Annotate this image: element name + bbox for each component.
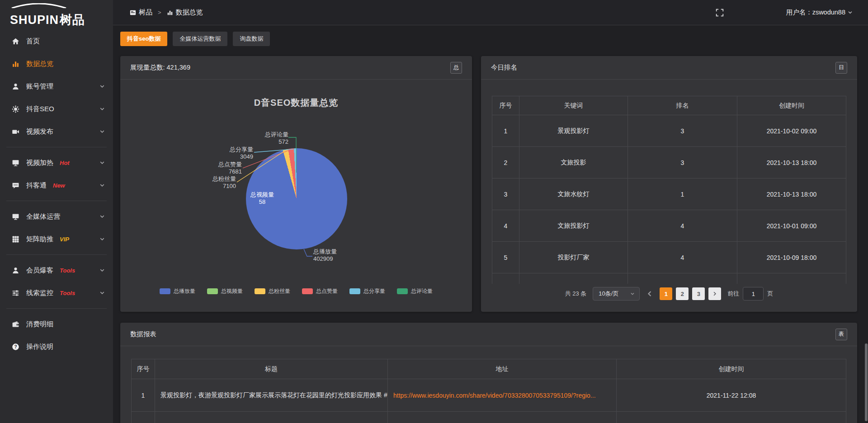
page-button-1[interactable]: 1	[660, 287, 672, 300]
data-tabs: 抖音seo数据 全媒体运营数据 询盘数据	[120, 32, 270, 46]
table-row-partial	[132, 412, 846, 423]
sidebar-item-member-burst[interactable]: 会员爆客 Tools	[0, 259, 113, 282]
sidebar-item-account[interactable]: 账号管理	[0, 75, 113, 98]
grid-icon	[12, 235, 19, 243]
breadcrumb-separator: >	[158, 9, 161, 16]
chevron-down-icon	[99, 84, 105, 89]
chart-title: D音SEO数据量总览	[120, 97, 472, 109]
chevron-down-icon	[848, 10, 853, 15]
sidebar-divider	[6, 254, 107, 255]
video-url-link[interactable]: https://www.iesdouyin.com/share/video/70…	[393, 392, 596, 399]
sidebar-item-label: 矩阵助推	[26, 235, 53, 244]
logo-text: SHUPIN树品	[10, 14, 85, 26]
gear-icon	[12, 105, 19, 113]
sidebar-item-matrix-boost[interactable]: 矩阵助推 VIP	[0, 228, 113, 250]
legend-item-likes[interactable]: 总点赞量	[302, 287, 338, 295]
sidebar-item-clue-monitor[interactable]: 线索监控 Tools	[0, 282, 113, 304]
col-rank: 排名	[628, 96, 737, 115]
breadcrumb-current[interactable]: 数据总览	[167, 8, 203, 17]
table-row: 3 文旅水纹灯 1 2021-10-13 18:00	[492, 179, 846, 210]
tab-douyin-seo-data[interactable]: 抖音seo数据	[120, 32, 167, 46]
page-button-2[interactable]: 2	[676, 287, 689, 300]
page-button-3[interactable]: 3	[692, 287, 705, 300]
pie-label-fans-count: 总粉丝量7100	[212, 175, 236, 190]
col-index: 序号	[492, 96, 519, 115]
table-row: 5 投影灯厂家 4 2021-10-09 18:00	[492, 242, 846, 273]
report-card-header: 数据报表 表	[120, 323, 857, 346]
next-page-button[interactable]	[708, 287, 721, 300]
sidebar-item-label: 线索监控	[26, 289, 53, 297]
day-badge-button[interactable]: 日	[835, 62, 847, 74]
tools-badge: Tools	[60, 290, 75, 296]
tab-inquiry-data[interactable]: 询盘数据	[233, 32, 270, 46]
vertical-scrollbar[interactable]	[865, 343, 868, 421]
sidebar-item-help[interactable]: ? 操作说明	[0, 335, 113, 358]
prev-page-icon[interactable]	[646, 290, 653, 297]
user-icon	[12, 83, 19, 90]
col-keyword: 关键词	[519, 96, 628, 115]
chevron-down-icon	[99, 236, 105, 242]
sidebar-item-data-overview[interactable]: 数据总览	[0, 52, 113, 75]
chart-card: 展现量总数: 421,369 总 D音SEO数据量总览 总评论量572 总分享量…	[120, 56, 472, 312]
table-badge-button[interactable]: 表	[835, 329, 847, 340]
sidebar-item-label: 抖音SEO	[26, 105, 54, 113]
pagination: 共 23 条 10条/页 1 2 3 前往 页	[481, 286, 857, 302]
sidebar-item-video-heat[interactable]: 视频加热 Hot	[0, 151, 113, 174]
sidebar-item-label: 操作说明	[26, 343, 53, 351]
table-row: 1 景观投影灯，夜游景观投影灯厂家展示展示落花灯在花园里的灯光投影应用效果 # …	[132, 379, 846, 412]
col-index: 序号	[132, 359, 155, 379]
legend-item-shares[interactable]: 总分享量	[349, 287, 385, 295]
logo-arc	[9, 3, 69, 8]
pie-label-play-count: 总播放量402909	[313, 248, 337, 263]
chart-card-header: 展现量总数: 421,369 总	[120, 56, 472, 80]
chevron-down-icon	[99, 214, 105, 219]
sidebar-item-video-publish[interactable]: 视频发布	[0, 120, 113, 143]
video-title-cell: 景观投影灯，夜游景观投影灯厂家展示展示落花灯在花园里的灯光投影应用效果 #	[155, 379, 388, 412]
sidebar-item-douketong[interactable]: 抖客通 New	[0, 174, 113, 197]
sidebar-item-media-operation[interactable]: 全媒体运营	[0, 205, 113, 228]
member-icon	[12, 267, 19, 274]
sidebar-item-label: 全媒体运营	[26, 212, 60, 221]
pie-label-likes-count: 总点赞量7681	[218, 161, 242, 175]
total-badge-button[interactable]: 总	[450, 62, 462, 74]
col-created: 创建时间	[737, 96, 846, 115]
bar-chart-icon	[167, 9, 173, 16]
table-header-row: 序号 标题 地址 创建时间	[132, 359, 846, 379]
legend-item-fans[interactable]: 总粉丝量	[255, 287, 290, 295]
legend-swatch	[207, 288, 218, 294]
chevron-down-icon	[99, 129, 105, 134]
fullscreen-icon[interactable]	[716, 9, 724, 17]
ranking-card-title: 今日排名	[491, 63, 517, 72]
tools-badge: Tools	[60, 267, 75, 274]
page-size-select[interactable]: 10条/页	[593, 287, 640, 301]
legend-item-comments[interactable]: 总评论量	[397, 287, 433, 295]
app-logo[interactable]: SHUPIN树品	[0, 0, 113, 26]
ranking-table-container: 序号 关键词 排名 创建时间 1 景观投影灯 3 2021-10-02 09:0…	[492, 96, 846, 284]
sidebar-item-consumption-detail[interactable]: 消费明细	[0, 313, 113, 335]
sidebar-item-label: 视频加热	[26, 159, 53, 167]
sidebar-item-home[interactable]: 首页	[0, 30, 113, 52]
sidebar-nav: 首页 数据总览 账号管理 抖音SEO 视频发布	[0, 30, 113, 358]
main-content: 抖音seo数据 全媒体运营数据 询盘数据 展现量总数: 421,369 总 D音…	[113, 25, 868, 423]
page-size-value: 10条/页	[599, 290, 618, 298]
bar-chart-icon	[12, 60, 19, 68]
report-card: 数据报表 表 序号 标题 地址 创建时间 1 景观投影灯，夜游景观投影灯厂家展示…	[120, 323, 857, 423]
chevron-down-icon	[99, 268, 105, 273]
screen-icon	[12, 213, 19, 221]
chart-legend: 总播放量 总视频量 总粉丝量 总点赞量 总分享量 总评论量	[120, 287, 472, 295]
col-title: 标题	[155, 359, 388, 379]
sidebar-item-douyin-seo[interactable]: 抖音SEO	[0, 98, 113, 120]
sidebar-item-label: 会员爆客	[26, 266, 53, 275]
page-jumper: 前往 页	[727, 287, 773, 301]
pie-label-video-count: 总视频量58	[247, 191, 277, 206]
breadcrumb-root[interactable]: 树品	[130, 8, 152, 17]
goto-page-input[interactable]	[743, 287, 764, 301]
legend-item-video[interactable]: 总视频量	[207, 287, 243, 295]
tab-media-operation-data[interactable]: 全媒体运营数据	[173, 32, 227, 46]
sliders-icon	[12, 289, 19, 297]
ranking-card-header: 今日排名 日	[481, 56, 857, 80]
sidebar-item-label: 抖客通	[26, 181, 47, 190]
legend-item-play[interactable]: 总播放量	[160, 287, 195, 295]
user-menu[interactable]: 用户名：zswodun88	[786, 8, 853, 17]
table-row: 1 景观投影灯 3 2021-10-02 09:00	[492, 115, 846, 147]
